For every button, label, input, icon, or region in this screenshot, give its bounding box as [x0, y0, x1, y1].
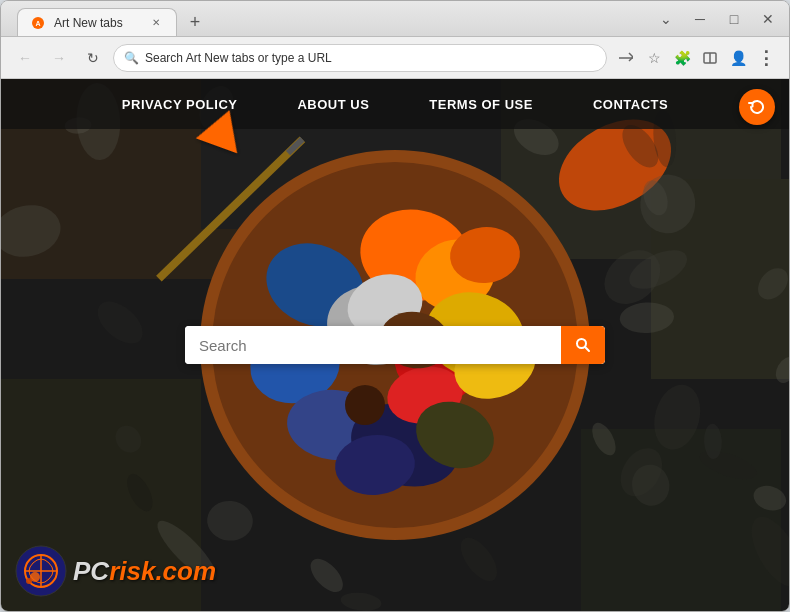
- search-input[interactable]: [185, 326, 561, 364]
- tab-close-button[interactable]: ✕: [148, 15, 164, 31]
- webpage: PRIVACY POLICY ABOUT US TERMS OF USE CON…: [1, 79, 789, 611]
- forward-button[interactable]: →: [45, 44, 73, 72]
- watermark-pc: PC: [73, 556, 109, 587]
- new-tab-button[interactable]: +: [181, 8, 209, 36]
- menu-icon[interactable]: ⋮: [753, 45, 779, 71]
- svg-line-5: [585, 347, 589, 351]
- profile-icon[interactable]: 👤: [725, 45, 751, 71]
- watermark-risk: risk.com: [109, 556, 216, 587]
- nav-about-us[interactable]: ABOUT US: [297, 97, 369, 112]
- address-bar-actions: ☆ 🧩 👤 ⋮: [613, 45, 779, 71]
- close-button[interactable]: ✕: [755, 6, 781, 32]
- split-view-icon[interactable]: [697, 45, 723, 71]
- search-box: [185, 326, 605, 364]
- search-icon: [575, 337, 591, 353]
- svg-point-11: [26, 578, 32, 584]
- pcrisk-logo-icon: [15, 545, 67, 597]
- navigation-bar: PRIVACY POLICY ABOUT US TERMS OF USE CON…: [1, 79, 789, 129]
- browser-window: A Art New tabs ✕ + ⌄ ─ □ ✕ ← → ↻ 🔍 Searc…: [0, 0, 790, 612]
- search-container: [185, 326, 605, 364]
- chevron-down-icon[interactable]: ⌄: [653, 6, 679, 32]
- extension-icon[interactable]: 🧩: [669, 45, 695, 71]
- svg-text:A: A: [35, 20, 40, 27]
- tab-favicon: A: [30, 15, 46, 31]
- url-text: Search Art New tabs or type a URL: [145, 51, 596, 65]
- back-button[interactable]: ←: [11, 44, 39, 72]
- url-bar[interactable]: 🔍 Search Art New tabs or type a URL: [113, 44, 607, 72]
- watermark-text: PC risk.com: [73, 556, 216, 587]
- search-button[interactable]: [561, 326, 605, 364]
- share-icon[interactable]: [613, 45, 639, 71]
- window-controls: ⌄ ─ □ ✕: [653, 6, 781, 32]
- refresh-icon: [748, 98, 766, 116]
- lock-icon: 🔍: [124, 51, 139, 65]
- tab-bar: A Art New tabs ✕ +: [17, 1, 653, 36]
- arrow-annotation: [201, 109, 245, 147]
- up-arrow-icon: [196, 103, 250, 154]
- tab-title: Art New tabs: [54, 16, 123, 30]
- minimize-button[interactable]: ─: [687, 6, 713, 32]
- nav-contacts[interactable]: CONTACTS: [593, 97, 668, 112]
- reload-button[interactable]: ↻: [79, 44, 107, 72]
- active-tab[interactable]: A Art New tabs ✕: [17, 8, 177, 36]
- refresh-overlay-button[interactable]: [739, 89, 775, 125]
- bookmark-icon[interactable]: ☆: [641, 45, 667, 71]
- title-bar: A Art New tabs ✕ + ⌄ ─ □ ✕: [1, 1, 789, 37]
- nav-terms-of-use[interactable]: TERMS OF USE: [429, 97, 533, 112]
- address-bar: ← → ↻ 🔍 Search Art New tabs or type a UR…: [1, 37, 789, 79]
- maximize-button[interactable]: □: [721, 6, 747, 32]
- watermark: PC risk.com: [15, 545, 216, 597]
